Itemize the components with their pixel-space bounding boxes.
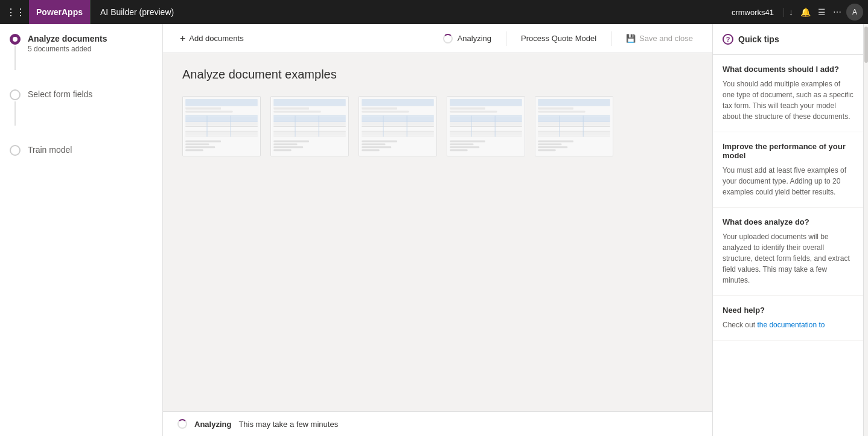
svg-rect-70	[471, 115, 472, 136]
svg-rect-63	[450, 121, 522, 122]
top-nav: ⋮⋮ PowerApps AI Builder (preview) crmwor…	[0, 0, 868, 24]
scroll-track[interactable]	[863, 24, 868, 436]
svg-rect-11	[185, 132, 258, 135]
svg-rect-59	[450, 107, 485, 110]
svg-rect-18	[185, 149, 203, 151]
scroll-thumb[interactable]	[864, 27, 868, 63]
tip-body-improve: You must add at least five examples of y…	[723, 165, 854, 197]
svg-rect-80	[538, 115, 610, 116]
svg-rect-24	[273, 116, 346, 121]
sidebar-step-train[interactable]: Train model	[0, 135, 162, 165]
svg-rect-12	[185, 136, 258, 136]
step-circle-analyze	[10, 34, 21, 45]
quick-tips-title: Quick tips	[738, 34, 779, 44]
svg-rect-20	[273, 99, 346, 106]
avatar[interactable]: A	[846, 4, 863, 21]
svg-rect-82	[538, 121, 610, 122]
save-icon: 💾	[626, 34, 636, 43]
save-close-button[interactable]: 💾 Save and close	[616, 34, 703, 43]
svg-rect-21	[273, 107, 309, 110]
bottom-bar: Analyzing This may take a few minutes	[163, 411, 712, 436]
step-content-select: Select form fields	[28, 89, 153, 100]
add-documents-button[interactable]: + Add documents	[173, 28, 251, 49]
main-topbar: + Add documents Analyzing Process Quote …	[163, 24, 712, 53]
svg-rect-44	[362, 121, 434, 122]
svg-rect-83	[538, 122, 610, 126]
step-circle-select	[10, 89, 21, 100]
svg-rect-35	[273, 143, 297, 145]
svg-rect-43	[362, 116, 434, 121]
step-content-train: Train model	[28, 145, 153, 156]
document-thumbnail-2[interactable]	[270, 96, 349, 156]
svg-rect-27	[273, 126, 346, 127]
settings-icon[interactable]: ☰	[818, 7, 826, 17]
svg-rect-77	[538, 99, 610, 106]
svg-rect-74	[450, 146, 479, 148]
svg-rect-5	[185, 116, 258, 121]
tip-title-need-help: Need help?	[723, 306, 854, 315]
svg-rect-34	[273, 141, 309, 143]
document-thumbnail-1[interactable]	[182, 96, 261, 156]
svg-rect-46	[362, 126, 434, 127]
topbar-divider-1	[506, 31, 506, 46]
svg-rect-8	[185, 126, 258, 127]
svg-rect-50	[362, 136, 434, 136]
tip-card-what-docs: What documents should I add? You should …	[713, 55, 863, 132]
org-name: crmworks41	[722, 8, 784, 17]
more-icon[interactable]: ⋯	[833, 7, 841, 17]
bottom-message: This may take a few minutes	[238, 420, 338, 429]
docs-link[interactable]: the documentation to	[757, 321, 825, 329]
sidebar-step-select[interactable]: Select form fields	[0, 80, 162, 135]
document-thumbnail-3[interactable]	[359, 96, 437, 156]
svg-rect-42	[362, 115, 434, 116]
svg-rect-17	[185, 146, 215, 148]
document-thumbnails	[182, 96, 693, 156]
svg-rect-31	[273, 136, 346, 136]
waffle-icon[interactable]: ⋮⋮	[5, 1, 27, 23]
sidebar: Analyze documents 5 documents added Sele…	[0, 24, 163, 436]
svg-rect-33	[319, 115, 319, 136]
svg-rect-79	[538, 111, 585, 113]
svg-rect-87	[538, 132, 610, 135]
ai-builder-label[interactable]: AI Builder (preview)	[90, 0, 183, 24]
topbar-divider-2	[611, 31, 611, 46]
question-icon: ?	[723, 34, 733, 45]
plus-icon: +	[180, 33, 185, 44]
tip-body-what-analyze: Your uploaded documents will be analyzed…	[723, 231, 854, 286]
document-thumbnail-4[interactable]	[447, 96, 525, 156]
tip-title-improve: Improve the performance of your model	[723, 142, 854, 160]
bottom-spinner	[177, 419, 187, 429]
document-thumbnail-5[interactable]	[535, 96, 613, 156]
nav-icons: ↓ 🔔 ☰ ⋯	[784, 7, 846, 17]
main-content: Analyze document examples	[163, 53, 712, 411]
svg-rect-30	[273, 132, 346, 135]
tip-card-improve: Improve the performance of your model Yo…	[713, 132, 863, 208]
svg-rect-15	[185, 141, 221, 143]
svg-rect-85	[538, 127, 610, 130]
sidebar-step-analyze[interactable]: Analyze documents 5 documents added	[0, 24, 162, 80]
svg-rect-75	[450, 149, 467, 151]
tip-title-what-analyze: What does analyze do?	[723, 217, 854, 226]
svg-rect-66	[450, 127, 522, 130]
svg-rect-84	[538, 126, 610, 127]
notification-icon[interactable]: 🔔	[800, 7, 811, 17]
svg-rect-56	[362, 149, 379, 151]
svg-rect-37	[273, 149, 291, 151]
step-title-select: Select form fields	[28, 89, 153, 99]
svg-rect-93	[538, 146, 567, 148]
svg-rect-51	[383, 115, 384, 136]
svg-rect-73	[450, 143, 473, 145]
svg-rect-78	[538, 107, 573, 110]
process-model-button[interactable]: Process Quote Model	[511, 34, 606, 43]
svg-rect-2	[185, 107, 221, 110]
svg-rect-10	[185, 131, 258, 132]
svg-rect-89	[560, 115, 560, 136]
download-icon[interactable]: ↓	[789, 7, 793, 17]
powerapps-label[interactable]: PowerApps	[29, 0, 90, 24]
svg-rect-48	[362, 131, 434, 132]
right-panel: ? Quick tips What documents should I add…	[712, 24, 863, 436]
svg-rect-22	[273, 111, 321, 113]
svg-rect-62	[450, 116, 522, 121]
svg-rect-86	[538, 131, 610, 132]
svg-rect-72	[450, 141, 485, 143]
